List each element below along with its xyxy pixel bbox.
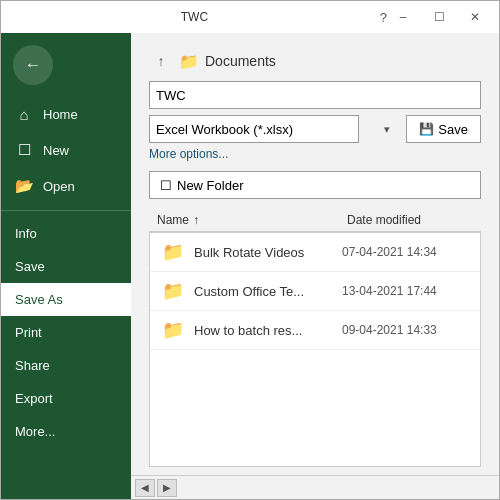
folder-icon: 📁 [162, 241, 184, 263]
help-icon[interactable]: ? [380, 10, 387, 25]
file-name: How to batch res... [194, 323, 342, 338]
saveas-panel: ↑ 📁 Documents Excel Workbook (*.xlsx) Ex… [131, 33, 499, 475]
filetype-wrapper: Excel Workbook (*.xlsx) Excel 97-2003 Wo… [149, 115, 396, 143]
sidebar-item-save-as[interactable]: Save As [1, 283, 131, 316]
new-folder-button[interactable]: ☐ New Folder [149, 171, 481, 199]
filetype-select[interactable]: Excel Workbook (*.xlsx) Excel 97-2003 Wo… [149, 115, 359, 143]
sort-icon: ↑ [193, 213, 199, 227]
name-column-header[interactable]: Name ↑ [157, 213, 347, 227]
table-row[interactable]: 📁 How to batch res... 09-04-2021 14:33 [150, 311, 480, 350]
right-panel: ↑ 📁 Documents Excel Workbook (*.xlsx) Ex… [131, 33, 499, 499]
more-options-link[interactable]: More options... [149, 147, 481, 161]
sidebar-nav: ⌂ Home ☐ New 📂 Open [1, 97, 131, 204]
sidebar-item-home[interactable]: ⌂ Home [1, 97, 131, 132]
title-bar-center: TWC [9, 10, 380, 24]
folder-icon: 📁 [162, 319, 184, 341]
sidebar-text-items: Info Save Save As Print Share Export [1, 217, 131, 448]
file-name: Custom Office Te... [194, 284, 342, 299]
window-title: TWC [181, 10, 208, 24]
window-controls: – ☐ ✕ [387, 3, 491, 31]
sidebar-item-home-label: Home [43, 107, 78, 122]
sidebar-item-share[interactable]: Share [1, 349, 131, 382]
file-date: 13-04-2021 17:44 [342, 284, 472, 298]
save-disk-icon: 💾 [419, 122, 434, 136]
file-list-header: Name ↑ Date modified [149, 209, 481, 232]
filetype-row: Excel Workbook (*.xlsx) Excel 97-2003 Wo… [149, 115, 481, 143]
excel-window: TWC ? – ☐ ✕ ← ⌂ Home ☐ New [0, 0, 500, 500]
sidebar-item-more[interactable]: More... [1, 415, 131, 448]
close-button[interactable]: ✕ [459, 3, 491, 31]
back-button[interactable]: ← [13, 45, 53, 85]
sidebar: ← ⌂ Home ☐ New 📂 Open Info [1, 33, 131, 499]
maximize-button[interactable]: ☐ [423, 3, 455, 31]
save-button[interactable]: 💾 Save [406, 115, 481, 143]
sidebar-item-print[interactable]: Print [1, 316, 131, 349]
sidebar-item-save-as-label: Save As [15, 292, 63, 307]
title-bar: TWC ? – ☐ ✕ [1, 1, 499, 33]
date-column-header[interactable]: Date modified [347, 213, 477, 227]
save-btn-label: Save [438, 122, 468, 137]
sidebar-item-export[interactable]: Export [1, 382, 131, 415]
new-icon: ☐ [15, 141, 33, 159]
sidebar-item-save[interactable]: Save [1, 250, 131, 283]
main-content: ← ⌂ Home ☐ New 📂 Open Info [1, 33, 499, 499]
file-date: 07-04-2021 14:34 [342, 245, 472, 259]
open-icon: 📂 [15, 177, 33, 195]
sidebar-item-new[interactable]: ☐ New [1, 132, 131, 168]
new-folder-icon: ☐ [160, 178, 172, 193]
table-row[interactable]: 📁 Custom Office Te... 13-04-2021 17:44 [150, 272, 480, 311]
minimize-button[interactable]: – [387, 3, 419, 31]
filename-input[interactable] [149, 81, 481, 109]
new-folder-label: New Folder [177, 178, 243, 193]
sidebar-item-new-label: New [43, 143, 69, 158]
sidebar-item-open-label: Open [43, 179, 75, 194]
current-location: Documents [205, 53, 276, 69]
nav-right-button[interactable]: ▶ [157, 479, 177, 497]
file-date: 09-04-2021 14:33 [342, 323, 472, 337]
sidebar-separator [1, 210, 131, 211]
folder-icon: 📁 [179, 52, 199, 71]
file-list: 📁 Bulk Rotate Videos 07-04-2021 14:34 📁 … [149, 232, 481, 467]
nav-left-button[interactable]: ◀ [135, 479, 155, 497]
sidebar-item-info[interactable]: Info [1, 217, 131, 250]
folder-icon: 📁 [162, 280, 184, 302]
sidebar-item-open[interactable]: 📂 Open [1, 168, 131, 204]
home-icon: ⌂ [15, 106, 33, 123]
filename-row [149, 81, 481, 109]
navigate-up-button[interactable]: ↑ [149, 49, 173, 73]
back-arrow-icon: ← [25, 56, 41, 74]
location-bar: ↑ 📁 Documents [149, 49, 481, 73]
bottom-nav: ◀ ▶ [131, 475, 499, 499]
table-row[interactable]: 📁 Bulk Rotate Videos 07-04-2021 14:34 [150, 233, 480, 272]
file-name: Bulk Rotate Videos [194, 245, 342, 260]
